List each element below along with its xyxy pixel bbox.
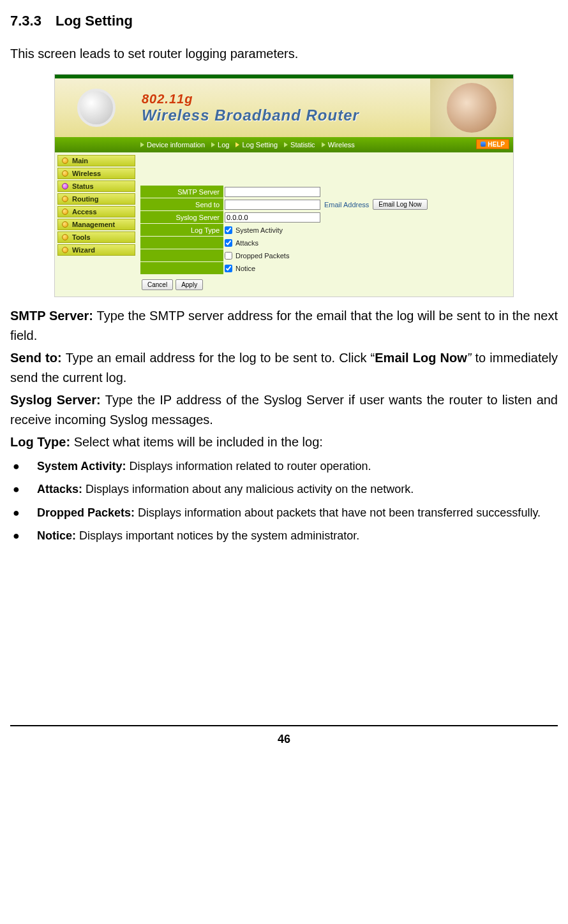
- form-spacer: [140, 159, 508, 186]
- router-screenshot: 802.11g Wireless Broadband Router Device…: [54, 74, 514, 297]
- apply-button[interactable]: Apply: [176, 279, 203, 290]
- emph-email-log-now: Email Log Now: [375, 351, 467, 365]
- nav-wireless[interactable]: Wireless: [322, 141, 355, 149]
- bullet-notice: ● Notice: Displays important notices by …: [10, 525, 558, 546]
- nav-label: Log: [218, 141, 229, 149]
- nav-label: Statistic: [290, 141, 315, 149]
- sidebar: Main Wireless Status Routing Access Mana…: [55, 152, 138, 297]
- bullet-marker: ●: [10, 456, 37, 476]
- bullet-icon: [62, 196, 68, 202]
- screenshot-body: Main Wireless Status Routing Access Mana…: [55, 152, 513, 297]
- row-log-type-attacks: Attacks: [140, 237, 508, 249]
- header-line1: 802.11g: [142, 92, 430, 106]
- option-system-activity-label: System Activity: [235, 226, 283, 234]
- bullet-list: ● System Activity: Displays information …: [10, 456, 558, 546]
- sidebar-item-wizard[interactable]: Wizard: [57, 244, 135, 256]
- help-label: HELP: [488, 141, 505, 148]
- checkbox-dropped-packets[interactable]: [225, 252, 232, 260]
- para-syslog-server: Syslog Server: Type the IP address of th…: [10, 390, 558, 430]
- screenshot-navbar: Device information Log Log Setting Stati…: [55, 137, 513, 152]
- header-left-graphic: [55, 78, 138, 137]
- label-blank: [140, 237, 223, 249]
- sidebar-item-label: Routing: [72, 195, 99, 203]
- sidebar-item-management[interactable]: Management: [57, 219, 135, 230]
- caret-icon: [140, 142, 144, 147]
- nav-statistic[interactable]: Statistic: [284, 141, 315, 149]
- option-dropped-packets-label: Dropped Packets: [235, 252, 289, 260]
- bullet-text: Displays information about packets that …: [138, 506, 541, 519]
- checkbox-attacks[interactable]: [225, 239, 232, 247]
- nav-device-information[interactable]: Device information: [140, 141, 205, 149]
- label-log-type: Log Type: [140, 224, 223, 236]
- para-smtp-server: SMTP Server: Type the SMTP server addres…: [10, 306, 558, 346]
- row-syslog-server: Syslog Server: [140, 211, 508, 223]
- desc-log-type: Select what items will be included in th…: [74, 435, 323, 449]
- intro-paragraph: This screen leads to set router logging …: [10, 45, 558, 62]
- bullet-dropped-packets: ● Dropped Packets: Displays information …: [10, 502, 558, 523]
- sidebar-item-label: Wizard: [72, 246, 95, 254]
- desc-send-to-pre: Type an email address for the log to be …: [66, 351, 375, 365]
- bullet-icon: [62, 158, 68, 164]
- label-blank: [140, 262, 223, 274]
- bullet-icon: [62, 247, 68, 253]
- header-title-block: 802.11g Wireless Broadband Router: [138, 92, 430, 124]
- email-log-now-button[interactable]: Email Log Now: [373, 199, 427, 210]
- sidebar-item-wireless[interactable]: Wireless: [57, 168, 135, 179]
- nav-label: Wireless: [328, 141, 355, 149]
- sidebar-item-label: Access: [72, 208, 97, 216]
- section-heading: 7.3.3Log Setting: [10, 13, 558, 29]
- bullet-label: Notice:: [37, 529, 79, 542]
- sidebar-item-access[interactable]: Access: [57, 206, 135, 217]
- option-attacks-label: Attacks: [235, 239, 258, 247]
- sidebar-item-label: Status: [72, 182, 94, 190]
- bullet-label: Attacks:: [37, 483, 86, 495]
- manual-text: SMTP Server: Type the SMTP server addres…: [10, 306, 558, 546]
- bullet-label: System Activity:: [37, 460, 129, 473]
- nav-log-setting[interactable]: Log Setting: [235, 141, 278, 149]
- option-notice-label: Notice: [235, 265, 255, 272]
- help-icon: [481, 142, 486, 147]
- checkbox-system-activity[interactable]: [225, 226, 232, 234]
- syslog-server-input[interactable]: [225, 212, 320, 223]
- send-to-input[interactable]: [225, 200, 320, 210]
- sidebar-item-label: Tools: [72, 233, 91, 241]
- bullet-icon: [62, 209, 68, 215]
- help-button[interactable]: HELP: [476, 139, 509, 149]
- label-smtp-server: SMTP Server: [140, 186, 223, 198]
- caret-icon: [284, 142, 288, 147]
- row-log-type-notice: Notice: [140, 262, 508, 274]
- sidebar-item-routing[interactable]: Routing: [57, 193, 135, 205]
- label-blank: [140, 249, 223, 261]
- nav-log[interactable]: Log: [211, 141, 229, 149]
- form-area: SMTP Server Send to Email Address Email …: [138, 152, 513, 297]
- row-smtp-server: SMTP Server: [140, 186, 508, 198]
- section-number: 7.3.3: [10, 13, 41, 29]
- sidebar-item-tools[interactable]: Tools: [57, 231, 135, 243]
- page-number: 46: [278, 733, 290, 745]
- sidebar-item-main[interactable]: Main: [57, 155, 135, 166]
- bullet-icon: [62, 221, 68, 228]
- smtp-server-input[interactable]: [225, 187, 320, 197]
- term-syslog-server: Syslog Server:: [10, 393, 105, 407]
- caret-icon: [322, 142, 325, 147]
- bullet-text: Displays information about any malicious…: [86, 483, 414, 495]
- checkbox-notice[interactable]: [225, 265, 232, 272]
- bullet-system-activity: ● System Activity: Displays information …: [10, 456, 558, 476]
- screenshot-header: 802.11g Wireless Broadband Router: [55, 78, 513, 137]
- para-log-type: Log Type: Select what items will be incl…: [10, 432, 558, 452]
- label-send-to: Send to: [140, 198, 223, 210]
- page-footer: 46: [10, 725, 558, 759]
- sidebar-item-status[interactable]: Status: [57, 180, 135, 192]
- caret-icon: [235, 142, 239, 147]
- bullet-icon: [62, 183, 68, 189]
- header-line2: Wireless Broadband Router: [142, 106, 430, 124]
- label-syslog-server: Syslog Server: [140, 211, 223, 223]
- bullet-icon: [62, 234, 68, 240]
- nav-label: Log Setting: [242, 141, 278, 149]
- header-right-graphic: [430, 78, 513, 137]
- nav-label: Device information: [147, 141, 205, 149]
- caret-icon: [211, 142, 215, 147]
- para-send-to: Send to: Type an email address for the l…: [10, 348, 558, 388]
- person-graphic: [447, 83, 497, 133]
- cancel-button[interactable]: Cancel: [142, 279, 173, 290]
